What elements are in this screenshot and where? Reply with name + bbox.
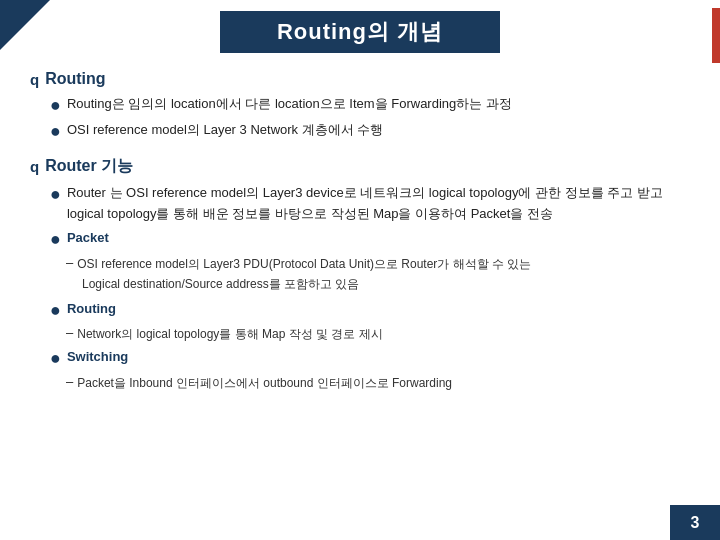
routing-bullets: ● Routing은 임의의 location에서 다른 location으로 … — [50, 94, 700, 144]
bullet-dot: ● — [50, 183, 61, 206]
packet-subitems: – OSI reference model의 Layer3 PDU(Protoc… — [66, 255, 700, 295]
packet-label: Packet — [67, 228, 109, 248]
routing-bullet-2: OSI reference model의 Layer 3 Network 계층에… — [67, 120, 383, 140]
top-left-decoration — [0, 0, 50, 50]
router-section: q Router 기능 ● Router 는 OSI reference mod… — [30, 156, 700, 392]
routing-sub-label: Routing — [67, 299, 116, 319]
header-title-box: Routing의 개념 — [220, 11, 500, 53]
routing-subitems: – Network의 logical topology를 통해 Map 작성 및… — [66, 325, 700, 343]
routing-heading: q Routing — [30, 70, 700, 88]
page-title: Routing의 개념 — [277, 19, 443, 44]
q-mark-1: q — [30, 71, 39, 88]
list-item: ● OSI reference model의 Layer 3 Network 계… — [50, 120, 700, 143]
switching-sub-label: Switching — [67, 347, 128, 367]
router-bullets: ● Router 는 OSI reference model의 Layer3 d… — [50, 183, 700, 392]
routing-title: Routing — [45, 70, 105, 88]
sub-dash: – — [66, 374, 73, 389]
list-item: ● Router 는 OSI reference model의 Layer3 d… — [50, 183, 700, 225]
list-item: – Packet을 Inbound 인터페이스에서 outbound 인터페이스… — [66, 374, 700, 392]
page-container: Routing의 개념 q Routing ● Routing은 임의의 loc… — [0, 0, 720, 540]
bullet-dot: ● — [50, 228, 61, 251]
packet-sub-1: OSI reference model의 Layer3 PDU(Protocol… — [77, 255, 531, 273]
q-mark-2: q — [30, 158, 39, 175]
bullet-dot: ● — [50, 299, 61, 322]
switching-sublabel: Switching — [67, 349, 128, 364]
list-item: ● Switching — [50, 347, 700, 370]
page-number-box: 3 — [670, 505, 720, 540]
header-bar: Routing의 개념 — [60, 8, 660, 56]
list-item: – OSI reference model의 Layer3 PDU(Protoc… — [66, 255, 700, 273]
routing-section: q Routing ● Routing은 임의의 location에서 다른 l… — [30, 70, 700, 144]
list-item: Logical destination/Source address를 포함하고… — [66, 275, 700, 295]
router-heading: q Router 기능 — [30, 156, 700, 177]
main-content: q Routing ● Routing은 임의의 location에서 다른 l… — [30, 70, 700, 500]
bullet-dot: ● — [50, 94, 61, 117]
page-number: 3 — [691, 514, 700, 532]
routing-bullet-1: Routing은 임의의 location에서 다른 location으로 It… — [67, 94, 512, 114]
right-accent-bar — [712, 8, 720, 63]
routing-sub-1: Network의 logical topology를 통해 Map 작성 및 경… — [77, 325, 382, 343]
bullet-dot: ● — [50, 347, 61, 370]
sub-dash: – — [66, 325, 73, 340]
list-item: – Network의 logical topology를 통해 Map 작성 및… — [66, 325, 700, 343]
packet-sub-2: Logical destination/Source address를 포함하고… — [82, 275, 359, 293]
list-item: ● Routing은 임의의 location에서 다른 location으로 … — [50, 94, 700, 117]
bullet-dot: ● — [50, 120, 61, 143]
router-title: Router 기능 — [45, 156, 133, 177]
list-item: ● Routing — [50, 299, 700, 322]
list-item: ● Packet — [50, 228, 700, 251]
router-bullet-1: Router 는 OSI reference model의 Layer3 dev… — [67, 183, 700, 225]
sub-dash: – — [66, 255, 73, 270]
switching-sub-1: Packet을 Inbound 인터페이스에서 outbound 인터페이스로 … — [77, 374, 452, 392]
routing-sublabel: Routing — [67, 301, 116, 316]
packet-sublabel: Packet — [67, 230, 109, 245]
switching-subitems: – Packet을 Inbound 인터페이스에서 outbound 인터페이스… — [66, 374, 700, 392]
